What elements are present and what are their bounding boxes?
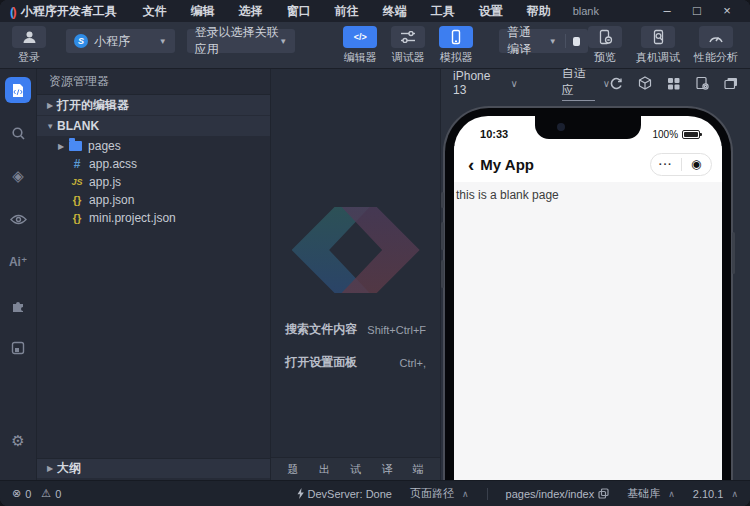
miniprogram-icon: S xyxy=(74,34,88,48)
menu-edit[interactable]: 编辑 xyxy=(179,3,227,20)
chevron-right-icon: ▶ xyxy=(55,142,67,151)
page-content: this is a blank page xyxy=(454,182,722,480)
file-item-mini-project-json[interactable]: {} mini.project.json xyxy=(37,209,270,227)
extensions-puzzle-icon[interactable] xyxy=(10,297,26,313)
chevron-down-icon: ▼ xyxy=(549,37,557,46)
window-doc-name: blank xyxy=(573,5,599,17)
open-editors-section[interactable]: ▶ 打开的编辑器 xyxy=(37,95,270,115)
menu-tools[interactable]: 工具 xyxy=(419,3,467,20)
menu-file[interactable]: 文件 xyxy=(131,3,179,20)
preview-button[interactable]: 预览 xyxy=(588,26,622,65)
explorer-rail-button[interactable] xyxy=(5,77,31,103)
compile-mode-dropdown[interactable]: 普通编译 ▼ xyxy=(499,29,588,53)
acss-file-icon: # xyxy=(69,157,85,171)
phone-mockup: 10:33 100% ‹ My App ··· xyxy=(443,106,733,480)
editor-toggle-button[interactable]: </> 编辑器 xyxy=(343,26,377,65)
simulator-panel: iPhone 13 ∨ 自适应 ∨ xyxy=(441,69,750,480)
warning-icon: ⚠ xyxy=(41,487,51,500)
phone-volume-down-button xyxy=(441,260,444,288)
menu-terminal[interactable]: 终端 xyxy=(371,3,419,20)
project-root-row[interactable]: ▼ BLANK xyxy=(37,116,270,136)
minimize-button[interactable]: – xyxy=(652,0,682,22)
chevron-up-icon: ∧ xyxy=(668,489,675,499)
divider xyxy=(565,34,566,48)
statusbar: ⊗0 ⚠0 DevServer: Done 页面路径∧ pages/index/… xyxy=(0,480,750,506)
copy-icon[interactable] xyxy=(598,488,609,499)
battery-icon xyxy=(682,130,700,139)
activity-rail: ◈ Ai⁺ ⚙ xyxy=(0,69,37,480)
file-item-app-js[interactable]: JS app.js xyxy=(37,173,270,191)
tab-problems[interactable]: 题 xyxy=(287,462,298,477)
package-icon[interactable]: ◈ xyxy=(12,168,24,184)
menu-help[interactable]: 帮助 xyxy=(515,3,563,20)
scale-dropdown[interactable]: 自适应 xyxy=(562,65,595,101)
divider xyxy=(487,488,488,500)
warning-count[interactable]: ⚠0 xyxy=(41,487,61,500)
preview-phone-icon xyxy=(588,26,622,48)
rotate-icon[interactable] xyxy=(610,77,623,90)
phone-nav-bar: ‹ My App ··· ◉ xyxy=(454,146,722,182)
maximize-button[interactable]: □ xyxy=(682,0,712,22)
bolt-icon xyxy=(297,488,304,499)
close-target-icon[interactable]: ◉ xyxy=(682,157,712,171)
chevron-down-icon: ∨ xyxy=(510,78,517,89)
window-controls: – □ × xyxy=(652,0,742,22)
menu-select[interactable]: 选择 xyxy=(227,3,275,20)
outline-section[interactable]: ▶ 大纲 xyxy=(37,458,270,478)
page-path-value[interactable]: pages/index/index xyxy=(506,488,610,500)
file-item-app-acss[interactable]: # app.acss xyxy=(37,155,270,173)
chevron-right-icon: ▶ xyxy=(43,464,57,473)
tab-compile[interactable]: 译 xyxy=(381,462,392,477)
login-button[interactable]: 登录 xyxy=(12,26,46,65)
phone-volume-up-button xyxy=(441,222,444,250)
compile-button[interactable] xyxy=(573,37,580,46)
error-count[interactable]: ⊗0 xyxy=(12,487,31,500)
search-icon[interactable] xyxy=(11,125,26,141)
relate-app-dropdown[interactable]: 登录以选择关联应用 ▼ xyxy=(187,29,296,53)
miniprogram-capsule: ··· ◉ xyxy=(650,153,712,176)
folder-icon xyxy=(69,141,82,151)
main-area: ◈ Ai⁺ ⚙ 资源管理器 ▶ 打开的编辑器 ▼ BLANK xyxy=(0,68,750,480)
sliders-icon xyxy=(391,26,425,48)
camera-dot xyxy=(557,123,565,131)
base-lib-version[interactable]: 2.10.1∧ xyxy=(693,488,738,500)
explorer-panel: 资源管理器 ▶ 打开的编辑器 ▼ BLANK ▶ pages # app.acs… xyxy=(37,69,271,480)
battery-percent: 100% xyxy=(652,129,678,140)
folder-item-pages[interactable]: ▶ pages xyxy=(37,137,270,155)
3d-cube-icon[interactable] xyxy=(638,76,652,90)
storage-icon[interactable] xyxy=(11,340,25,356)
page-path-toggle[interactable]: 页面路径∧ xyxy=(410,486,469,501)
phone-screen[interactable]: 10:33 100% ‹ My App ··· xyxy=(454,116,722,480)
perf-analysis-button[interactable]: 性能分析 xyxy=(694,26,738,65)
editor-panel: 搜索文件内容 Shift+Ctrl+F 打开设置面板 Ctrl+, 题 出 试 … xyxy=(271,69,441,480)
close-button[interactable]: × xyxy=(712,0,742,22)
app-title: 小程序开发者工具 xyxy=(21,3,117,20)
project-type-dropdown[interactable]: S 小程序 ▼ xyxy=(66,29,175,53)
tab-debug[interactable]: 试 xyxy=(350,462,361,477)
menu-go[interactable]: 前往 xyxy=(323,3,371,20)
phone-notch xyxy=(535,116,641,139)
page-title: My App xyxy=(480,156,534,173)
back-chevron-icon[interactable]: ‹ xyxy=(468,155,474,174)
device-dropdown[interactable]: iPhone 13 xyxy=(453,69,502,97)
menu-window[interactable]: 窗口 xyxy=(275,3,323,20)
remote-debug-button[interactable]: 真机调试 xyxy=(636,26,680,65)
more-dots-icon[interactable]: ··· xyxy=(651,158,681,170)
file-item-app-json[interactable]: {} app.json xyxy=(37,191,270,209)
ai-assistant-icon[interactable]: Ai⁺ xyxy=(9,254,27,270)
simulator-toggle-button[interactable]: 模拟器 xyxy=(439,26,473,65)
json-file-icon: {} xyxy=(69,194,85,206)
grid-view-icon[interactable] xyxy=(667,77,680,90)
menu-settings[interactable]: 设置 xyxy=(467,3,515,20)
chevron-right-icon: ▶ xyxy=(43,101,57,110)
debugger-toggle-button[interactable]: 调试器 xyxy=(391,26,425,65)
settings-gear-icon[interactable]: ⚙ xyxy=(11,432,24,450)
base-lib-toggle[interactable]: 基础库∧ xyxy=(627,486,675,501)
multi-window-icon[interactable] xyxy=(724,77,738,90)
editor-bottom-tabs: 题 出 试 译 端 xyxy=(271,457,440,480)
toolbar: 登录 S 小程序 ▼ 登录以选择关联应用 ▼ </> 编辑器 调试器 xyxy=(0,22,750,68)
tab-output[interactable]: 出 xyxy=(319,462,330,477)
tab-terminal[interactable]: 端 xyxy=(413,462,424,477)
page-config-icon[interactable] xyxy=(695,76,709,90)
eye-icon[interactable] xyxy=(10,211,27,227)
